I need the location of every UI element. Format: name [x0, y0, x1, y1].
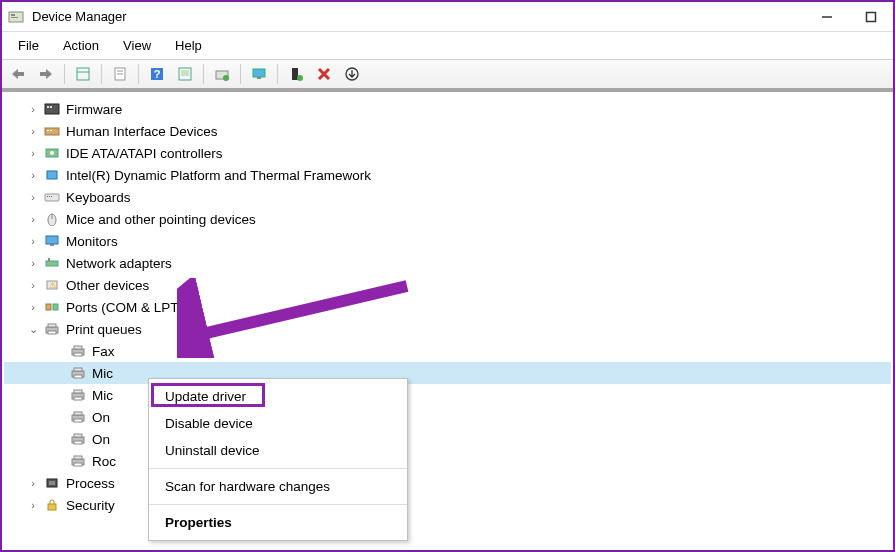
svg-rect-33 [47, 196, 48, 197]
context-menu-item[interactable]: Update driver [149, 383, 407, 410]
tree-node[interactable]: ›Intel(R) Dynamic Platform and Thermal F… [4, 164, 891, 186]
context-menu-item[interactable]: Properties [149, 509, 407, 536]
expander-icon[interactable]: › [26, 213, 40, 225]
tree-node[interactable]: On [4, 428, 891, 450]
expander-icon[interactable]: › [26, 477, 40, 489]
tree-node-label: Intel(R) Dynamic Platform and Thermal Fr… [66, 168, 371, 183]
ide-icon [43, 145, 61, 161]
svg-rect-18 [253, 69, 265, 77]
expander-icon[interactable]: › [26, 147, 40, 159]
expander-icon[interactable]: › [26, 191, 40, 203]
svg-rect-39 [50, 244, 54, 246]
expander-icon[interactable]: › [26, 169, 40, 181]
tree-node[interactable]: ›Firmware [4, 98, 891, 120]
tree-node[interactable]: ›⚠Other devices [4, 274, 891, 296]
svg-point-30 [50, 151, 54, 155]
printer-icon [43, 321, 61, 337]
show-hide-icon[interactable] [71, 62, 95, 86]
tree-node[interactable]: Roc [4, 450, 891, 472]
menu-help[interactable]: Help [165, 35, 212, 56]
toolbar-separator [101, 64, 102, 84]
svg-rect-41 [48, 258, 50, 261]
enable-device-icon[interactable] [284, 62, 308, 86]
tree-node-label: Security [66, 498, 115, 513]
expander-icon[interactable]: ⌄ [26, 323, 40, 336]
down-arrow-icon[interactable] [340, 62, 364, 86]
monitor-tool-icon[interactable] [247, 62, 271, 86]
tree-node[interactable]: ›Human Interface Devices [4, 120, 891, 142]
printer-icon [69, 387, 87, 403]
toolbar-separator [203, 64, 204, 84]
uninstall-icon[interactable] [312, 62, 336, 86]
tree-node[interactable]: ›Network adapters [4, 252, 891, 274]
svg-rect-56 [74, 390, 82, 393]
processor-icon [43, 475, 61, 491]
ports-icon [43, 299, 61, 315]
minimize-button[interactable] [817, 7, 837, 27]
svg-rect-27 [47, 130, 49, 131]
scan-icon[interactable] [173, 62, 197, 86]
tree-node[interactable]: ›Security [4, 494, 891, 516]
properties-icon[interactable] [108, 62, 132, 86]
svg-rect-54 [74, 375, 82, 378]
svg-point-21 [297, 75, 303, 81]
menu-file[interactable]: File [8, 35, 49, 56]
tree-node[interactable]: ›IDE ATA/ATAPI controllers [4, 142, 891, 164]
menu-action[interactable]: Action [53, 35, 109, 56]
context-menu: Update driverDisable deviceUninstall dev… [148, 378, 408, 541]
svg-rect-53 [74, 368, 82, 371]
tree-node-label: Roc [92, 454, 116, 469]
context-menu-item[interactable]: Uninstall device [149, 437, 407, 464]
tree-node[interactable]: ›Keyboards [4, 186, 891, 208]
tree-node-label: Firmware [66, 102, 122, 117]
svg-rect-5 [18, 72, 24, 76]
svg-rect-45 [53, 304, 58, 310]
network-icon [43, 255, 61, 271]
svg-rect-38 [46, 236, 58, 244]
tree-node-label: Mice and other pointing devices [66, 212, 256, 227]
tree-node-label: Monitors [66, 234, 118, 249]
expander-icon[interactable]: › [26, 235, 40, 247]
maximize-button[interactable] [861, 7, 881, 27]
help-icon[interactable]: ? [145, 62, 169, 86]
menubar: File Action View Help [2, 32, 893, 60]
svg-rect-1 [11, 14, 15, 16]
tree-node[interactable]: ›Monitors [4, 230, 891, 252]
tree-node[interactable]: On [4, 406, 891, 428]
svg-rect-51 [74, 353, 82, 356]
toolbar-separator [138, 64, 139, 84]
tree-node-label: Keyboards [66, 190, 131, 205]
context-menu-item[interactable]: Disable device [149, 410, 407, 437]
tree-node-label: Other devices [66, 278, 149, 293]
tree-node-label: Ports (COM & LPT) [66, 300, 183, 315]
tree-node[interactable]: ›Mice and other pointing devices [4, 208, 891, 230]
back-button[interactable] [6, 62, 30, 86]
update-driver-icon[interactable] [210, 62, 234, 86]
tree-node[interactable]: Fax [4, 340, 891, 362]
tree-node[interactable]: ⌄Print queues [4, 318, 891, 340]
svg-rect-2 [11, 17, 18, 18]
toolbar: ? [2, 60, 893, 90]
expander-icon[interactable]: › [26, 279, 40, 291]
tree-node[interactable]: ›Ports (COM & LPT) [4, 296, 891, 318]
svg-rect-60 [74, 419, 82, 422]
toolbar-separator [240, 64, 241, 84]
expander-icon[interactable]: › [26, 301, 40, 313]
svg-rect-7 [77, 68, 89, 80]
menu-view[interactable]: View [113, 35, 161, 56]
expander-icon[interactable]: › [26, 125, 40, 137]
keyboard-icon [43, 189, 61, 205]
printer-icon [69, 365, 87, 381]
tree-node[interactable]: ›Process [4, 472, 891, 494]
expander-icon[interactable]: › [26, 103, 40, 115]
tree-node[interactable]: Mic [4, 362, 891, 384]
printer-icon [69, 431, 87, 447]
context-menu-item[interactable]: Scan for hardware changes [149, 473, 407, 500]
tree-node[interactable]: Mic [4, 384, 891, 406]
forward-button[interactable] [34, 62, 58, 86]
svg-rect-68 [49, 481, 55, 485]
expander-icon[interactable]: › [26, 257, 40, 269]
toolbar-separator [64, 64, 65, 84]
svg-rect-23 [45, 104, 59, 114]
expander-icon[interactable]: › [26, 499, 40, 511]
